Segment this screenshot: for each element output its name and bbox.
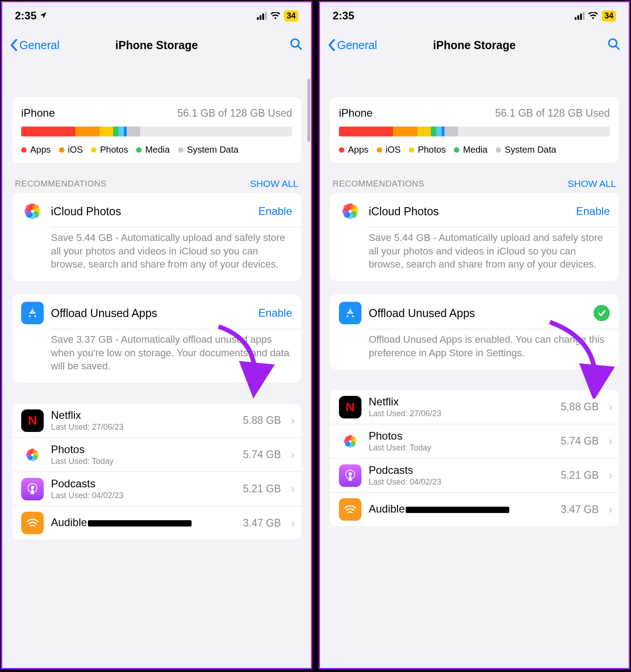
icloud-photos-recommendation: iCloud Photos Enable Save 5.44 GB - Auto…: [330, 193, 619, 281]
chevron-right-icon: ›: [608, 400, 613, 414]
phone-left: 2:35 34 General iPhone Storage iPhone 56: [1, 1, 312, 669]
device-label: iPhone: [339, 107, 373, 119]
cellular-icon: [575, 12, 585, 20]
svg-point-38: [348, 472, 352, 476]
svg-line-1: [298, 46, 302, 50]
icloud-title: iCloud Photos: [369, 205, 569, 218]
storage-bar: [21, 127, 292, 136]
photos-app-icon: [21, 200, 44, 222]
legend-item: Media: [454, 145, 487, 155]
storage-summary-card: iPhone 56.1 GB of 128 GB Used AppsiOSPho…: [330, 97, 619, 163]
storage-used: 56.1 GB of 128 GB Used: [495, 107, 610, 119]
nav-bar: General iPhone Storage: [320, 29, 629, 61]
legend-item: Photos: [91, 145, 128, 155]
cellular-icon: [257, 12, 267, 20]
svg-point-37: [345, 436, 350, 441]
app-row[interactable]: PodcastsLast Used: 04/02/235.21 GB›: [330, 458, 619, 492]
app-row[interactable]: NNetflixLast Used: 27/06/235.88 GB›: [12, 404, 301, 437]
offload-title: Offload Unused Apps: [369, 307, 586, 320]
photos-app-icon: [339, 200, 361, 222]
svg-point-9: [26, 204, 32, 211]
legend-item: Apps: [339, 145, 369, 155]
back-button[interactable]: General: [328, 39, 377, 52]
appstore-icon: [339, 302, 361, 324]
legend-item: iOS: [377, 145, 401, 155]
battery-indicator: 34: [284, 10, 298, 22]
battery-indicator: 34: [602, 10, 616, 22]
status-time: 2:35: [15, 9, 37, 22]
storage-summary-card: iPhone 56.1 GB of 128 GB Used AppsiOSPho…: [12, 97, 301, 163]
svg-point-18: [31, 486, 34, 489]
appstore-icon: [21, 302, 44, 324]
legend-item: System Data: [496, 145, 556, 155]
scrollbar[interactable]: [307, 79, 310, 142]
legend-item: Photos: [409, 145, 446, 155]
status-time: 2:35: [333, 9, 354, 22]
storage-legend: AppsiOSPhotosMediaSystem Data: [339, 145, 610, 155]
legend-item: System Data: [178, 145, 238, 155]
recommendations-label: RECOMMENDATIONS: [15, 179, 106, 189]
show-all-link[interactable]: SHOW ALL: [250, 178, 298, 189]
show-all-link[interactable]: SHOW ALL: [568, 178, 616, 189]
device-label: iPhone: [21, 107, 55, 119]
offload-description: Offload Unused Apps is enabled. You can …: [330, 329, 619, 369]
enabled-check-icon: [594, 305, 610, 321]
legend-item: Apps: [21, 145, 51, 155]
chevron-right-icon: ›: [608, 468, 613, 482]
chevron-right-icon: ›: [608, 434, 613, 448]
legend-item: Media: [136, 145, 169, 155]
app-row[interactable]: PhotosLast Used: Today5.74 GB›: [330, 424, 619, 458]
icloud-photos-recommendation: iCloud Photos Enable Save 5.44 GB - Auto…: [12, 193, 301, 281]
icloud-enable-button[interactable]: Enable: [258, 205, 292, 218]
offload-apps-recommendation: Offload Unused Apps Enable Save 3.37 GB …: [12, 295, 301, 383]
legend-item: iOS: [59, 145, 83, 155]
phone-right: 2:35 34 General iPhone Storage iPhone 56…: [319, 1, 630, 669]
icloud-description: Save 5.44 GB - Automatically upload and …: [12, 227, 301, 281]
wifi-icon: [588, 9, 598, 22]
storage-used: 56.1 GB of 128 GB Used: [178, 107, 292, 119]
offload-enable-button[interactable]: Enable: [258, 307, 292, 319]
chevron-right-icon: ›: [291, 413, 295, 427]
app-row[interactable]: Audible3.47 GB›: [330, 492, 619, 526]
app-row[interactable]: PodcastsLast Used: 04/02/235.21 GB›: [12, 472, 301, 506]
app-list: NNetflixLast Used: 27/06/235.88 GB›Photo…: [330, 390, 619, 526]
status-bar: 2:35 34: [2, 2, 311, 29]
icloud-enable-button[interactable]: Enable: [576, 205, 610, 218]
recommendations-header: RECOMMENDATIONS SHOW ALL: [330, 178, 619, 193]
storage-bar: [339, 127, 610, 136]
chevron-right-icon: ›: [291, 516, 295, 530]
app-row[interactable]: Audible3.47 GB›: [12, 506, 301, 540]
search-icon[interactable]: [289, 37, 303, 53]
storage-legend: AppsiOSPhotosMediaSystem Data: [21, 145, 292, 155]
app-list: NNetflixLast Used: 27/06/235.88 GB›Photo…: [12, 404, 301, 540]
back-label: General: [19, 39, 59, 52]
chevron-right-icon: ›: [608, 503, 613, 517]
svg-point-29: [343, 204, 350, 211]
chevron-right-icon: ›: [291, 482, 295, 496]
location-icon: [39, 9, 47, 22]
recommendations-header: RECOMMENDATIONS SHOW ALL: [12, 178, 301, 193]
back-label: General: [337, 39, 377, 52]
nav-bar: General iPhone Storage: [2, 29, 311, 61]
wifi-icon: [270, 9, 280, 22]
back-button[interactable]: General: [10, 39, 59, 52]
offload-description: Save 3.37 GB - Automatically offload unu…: [12, 329, 301, 383]
svg-line-21: [616, 46, 619, 50]
icloud-description: Save 5.44 GB - Automatically upload and …: [330, 227, 619, 281]
svg-point-17: [27, 450, 32, 454]
search-icon[interactable]: [607, 37, 621, 53]
status-bar: 2:35 34: [320, 2, 629, 29]
offload-title: Offload Unused Apps: [51, 307, 251, 320]
app-row[interactable]: PhotosLast Used: Today5.74 GB›: [12, 437, 301, 472]
app-row[interactable]: NNetflixLast Used: 27/06/235.88 GB›: [330, 390, 619, 424]
chevron-right-icon: ›: [291, 448, 295, 462]
offload-apps-recommendation: Offload Unused Apps Offload Unused Apps …: [330, 295, 619, 369]
icloud-title: iCloud Photos: [51, 205, 251, 218]
recommendations-label: RECOMMENDATIONS: [333, 179, 424, 189]
